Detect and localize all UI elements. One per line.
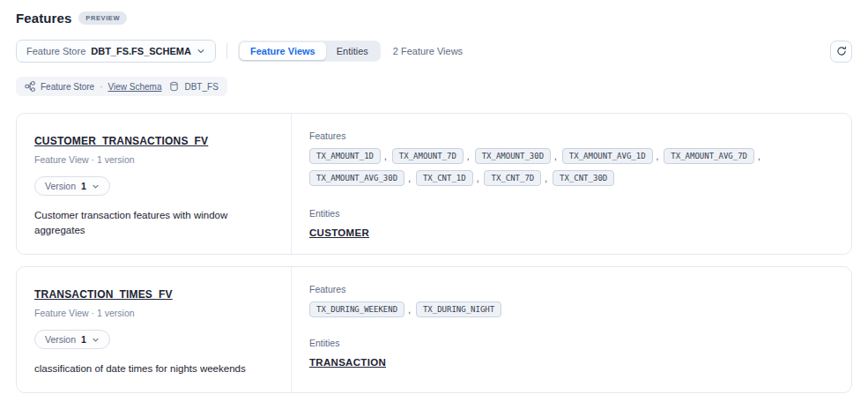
feature-tag: TX_AMOUNT_30D [475,148,551,164]
feature-view-details: Features TX_AMOUNT_1D, TX_AMOUNT_7D, TX_… [292,114,851,254]
entity-link[interactable]: TRANSACTION [309,357,386,368]
tag-comma: , [657,152,659,161]
feature-store-icon [25,81,35,92]
page-title: Features [16,11,71,26]
feature-tag: TX_DURING_NIGHT [416,302,501,317]
feature-store-selector-label: Feature Store [26,46,85,56]
version-selector[interactable]: Version 1 [34,330,110,349]
entity-link[interactable]: CUSTOMER [309,227,369,238]
feature-views-count: 2 Feature Views [393,46,463,56]
toolbar: Feature Store DBT_FS.FS_SCHEMA Feature V… [16,40,852,63]
version-selector[interactable]: Version 1 [34,176,110,196]
refresh-icon [836,46,847,56]
tag-comma: , [408,174,411,183]
refresh-button[interactable] [830,41,852,63]
entities-section-label: Entities [309,338,830,348]
database-icon [169,81,179,92]
feature-tag: TX_AMOUNT_AVG_30D [309,170,404,186]
features-page: Features PREVIEW Feature Store DBT_FS.FS… [0,0,868,393]
version-value: 1 [81,334,86,345]
tag-comma: , [477,174,479,183]
version-label: Version [45,334,76,345]
feature-view-summary: CUSTOMER_TRANSACTIONS_FV Feature View · … [17,114,292,254]
feature-view-meta: Feature View · 1 version [34,154,273,165]
feature-view-name-link[interactable]: CUSTOMER_TRANSACTIONS_FV [34,135,208,147]
features-tag-list: TX_AMOUNT_1D, TX_AMOUNT_7D, TX_AMOUNT_30… [309,148,830,186]
features-tag-list: TX_DURING_WEEKEND, TX_DURING_NIGHT [309,302,830,317]
feature-tag: TX_AMOUNT_1D [309,148,381,164]
feature-tag: TX_DURING_WEEKEND [309,302,404,317]
tag-comma: , [384,152,387,161]
feature-view-name-link[interactable]: TRANSACTION_TIMES_FV [34,288,173,301]
chevron-down-icon [197,47,205,56]
feature-tag: TX_AMOUNT_AVG_7D [664,148,754,164]
tag-comma: , [554,152,557,161]
features-section-label: Features [309,284,830,294]
entity-list: CUSTOMER [309,227,830,238]
feature-view-meta: Feature View · 1 version [34,308,273,318]
version-value: 1 [81,181,86,191]
entity-list: TRANSACTION [309,357,830,368]
breadcrumb-separator: · [100,82,102,92]
toolbar-divider [226,43,227,59]
preview-badge: PREVIEW [78,11,127,25]
feature-view-description: Customer transaction features with windo… [34,208,262,237]
version-label: Version [45,181,76,191]
feature-tag: TX_AMOUNT_AVG_1D [562,148,653,164]
feature-view-card: TRANSACTION_TIMES_FV Feature View · 1 ve… [16,266,852,393]
feature-store-selector[interactable]: Feature Store DBT_FS.FS_SCHEMA [16,40,216,63]
feature-tag: TX_AMOUNT_7D [392,148,464,164]
feature-view-card: CUSTOMER_TRANSACTIONS_FV Feature View · … [16,113,852,255]
view-tabs: Feature Views Entities [238,41,381,62]
chevron-down-icon [92,182,100,190]
breadcrumb-database: DBT_FS [184,82,218,92]
feature-tag: TX_CNT_30D [553,170,614,186]
page-header: Features PREVIEW [16,11,852,26]
tag-comma: , [408,305,411,315]
breadcrumb-store-label: Feature Store [41,82,94,92]
view-schema-link[interactable]: View Schema [108,82,162,92]
feature-tag: TX_CNT_7D [484,170,541,186]
feature-view-summary: TRANSACTION_TIMES_FV Feature View · 1 ve… [17,267,292,392]
feature-view-details: Features TX_DURING_WEEKEND, TX_DURING_NI… [292,267,851,392]
chevron-down-icon [92,336,100,344]
entities-section-label: Entities [309,208,830,219]
tag-comma: , [467,152,470,161]
tag-comma: , [758,152,760,161]
tab-entities[interactable]: Entities [326,42,379,60]
breadcrumb: Feature Store · View Schema DBT_FS [16,77,227,96]
tag-comma: , [545,174,547,183]
feature-view-description: classification of date times for nights … [34,361,262,376]
feature-tag: TX_CNT_1D [416,170,473,186]
feature-store-selector-value: DBT_FS.FS_SCHEMA [91,46,191,56]
features-section-label: Features [309,130,830,141]
tab-feature-views[interactable]: Feature Views [240,42,326,60]
